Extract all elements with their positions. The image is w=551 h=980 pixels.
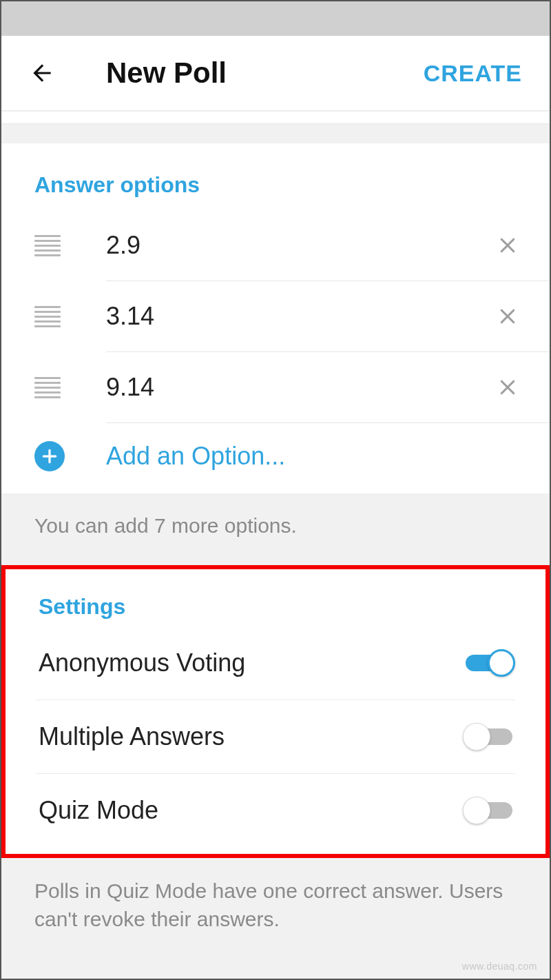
page-title: New Poll [56,57,424,90]
create-button[interactable]: CREATE [424,60,522,87]
setting-quiz-mode: Quiz Mode [6,774,545,847]
setting-label: Multiple Answers [39,722,463,751]
watermark: www.deuaq.com [462,961,537,972]
quiz-mode-footnote: Polls in Quiz Mode have one correct answ… [1,858,550,957]
add-option-button[interactable]: Add an Option... [1,423,550,493]
plus-icon [34,441,65,471]
setting-label: Quiz Mode [39,796,463,825]
multiple-answers-toggle[interactable] [463,723,515,751]
remove-option-button[interactable] [496,305,519,328]
setting-label: Anonymous Voting [39,649,463,677]
answer-option-row: 2.9 [1,210,550,280]
back-button[interactable] [29,60,56,86]
answer-option-text[interactable]: 9.14 [61,373,496,402]
spacer [1,124,550,143]
settings-title: Settings [6,569,545,626]
setting-multiple-answers: Multiple Answers [6,700,545,773]
remove-option-button[interactable] [496,234,519,257]
close-icon [497,235,518,256]
settings-card: Settings Anonymous Voting Multiple Answe… [1,565,550,858]
answer-option-text[interactable]: 2.9 [61,231,496,260]
divider [1,112,550,124]
arrow-left-icon [29,60,55,86]
answer-options-card: Answer options 2.9 3.14 [1,143,550,493]
answer-option-row: 3.14 [1,281,550,351]
close-icon [497,306,518,327]
setting-anonymous-voting: Anonymous Voting [6,626,545,700]
header: New Poll CREATE [1,36,550,111]
answer-options-title: Answer options [1,143,550,210]
options-hint: You can add 7 more options. [1,493,550,565]
remove-option-button[interactable] [496,376,519,399]
drag-handle-icon[interactable] [34,377,61,398]
answer-option-row: 9.14 [1,352,550,422]
add-option-label: Add an Option... [65,442,285,471]
drag-handle-icon[interactable] [34,306,61,327]
drag-handle-icon[interactable] [34,235,61,256]
close-icon [497,377,518,398]
anonymous-voting-toggle[interactable] [463,649,515,677]
status-bar [1,1,550,36]
quiz-mode-toggle[interactable] [463,797,515,824]
answer-option-text[interactable]: 3.14 [61,302,496,331]
